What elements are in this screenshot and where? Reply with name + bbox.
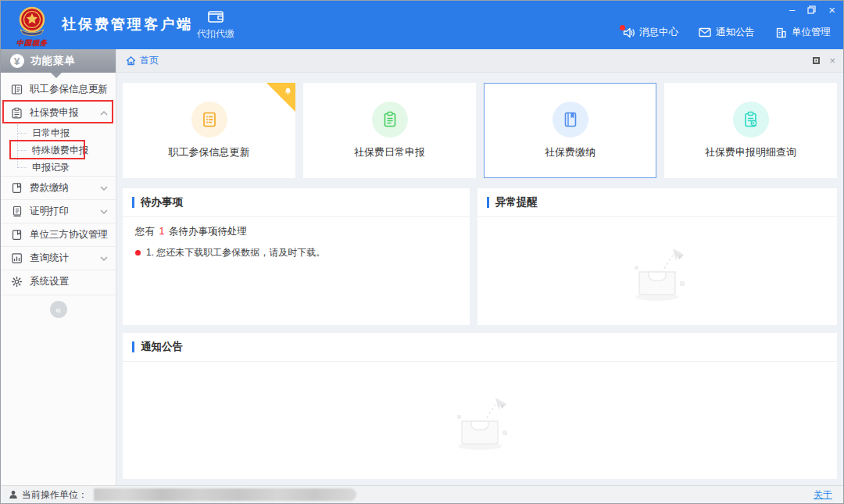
tab-strip: 首页 × xyxy=(116,49,843,73)
alerts-panel-title: 异常提醒 xyxy=(495,195,538,209)
todo-count: 1 xyxy=(157,226,166,237)
card-label: 职工参保信息更新 xyxy=(169,145,250,159)
sidebar-collapse-row: « xyxy=(1,295,116,323)
sidebar-item-sscf-declare[interactable]: 社保费申报 xyxy=(1,101,116,124)
toolbar-item-label: 代扣代缴 xyxy=(188,27,243,41)
home-content: 职工参保信息更新 社保费日常申报 xyxy=(116,73,843,485)
book-icon xyxy=(553,102,588,138)
sidebar-collapse-button[interactable]: « xyxy=(50,301,67,318)
minimize-button[interactable]: – xyxy=(789,5,795,15)
chevron-up-icon xyxy=(100,111,108,116)
wallet-icon xyxy=(207,9,224,24)
close-button[interactable]: × xyxy=(828,4,835,16)
card-label: 社保费日常申报 xyxy=(354,145,425,159)
sidebar-item-tripartite-agreement[interactable]: 单位三方协议管理 xyxy=(1,223,116,246)
sidebar-submenu: 日常申报 特殊缴费申报 申报记录 xyxy=(1,124,116,176)
panel-accent-bar xyxy=(132,341,134,352)
tab-list-button[interactable] xyxy=(813,57,820,64)
toolbar-item-withholding[interactable]: 代扣代缴 xyxy=(188,9,243,41)
unit-management-button[interactable]: 单位管理 xyxy=(775,26,831,39)
bell-icon xyxy=(284,86,292,95)
clipboard-icon xyxy=(11,107,23,119)
sidebar-item-system-settings[interactable]: 系统设置 xyxy=(1,270,116,293)
todo-panel: 待办事项 您有 1 条待办事项待处理 1. 您还未下载职工参保数据，请及时下载。 xyxy=(123,188,470,325)
clipboard-icon xyxy=(372,102,408,138)
unit-management-label: 单位管理 xyxy=(792,26,831,39)
sidebar-item-label: 日常申报 xyxy=(32,127,70,140)
yen-icon: ¥ xyxy=(10,54,24,68)
tab-strip-controls: × xyxy=(813,55,835,66)
sidebar-item-label: 证明打印 xyxy=(30,205,69,218)
sidebar-notch xyxy=(51,73,62,78)
tab-home-label: 首页 xyxy=(140,54,159,67)
restore-icon xyxy=(807,5,816,14)
tab-close-button[interactable]: × xyxy=(829,55,835,66)
building-icon xyxy=(775,27,787,38)
notices-panel: 通知公告 xyxy=(123,333,837,479)
card-employee-info-update[interactable]: 职工参保信息更新 xyxy=(123,83,295,178)
gear-icon xyxy=(11,276,23,288)
sidebar-item-label: 社保费申报 xyxy=(30,106,79,120)
chevron-down-icon xyxy=(100,256,108,261)
card-declare-detail-query[interactable]: 社保费申报明细查询 xyxy=(664,83,837,178)
sidebar-item-label: 职工参保信息更新 xyxy=(30,83,108,96)
todo-list: 您有 1 条待办事项待处理 1. 您还未下载职工参保数据，请及时下载。 xyxy=(123,217,470,267)
speaker-icon xyxy=(623,27,635,38)
document-icon xyxy=(11,206,23,217)
sidebar-item-employee-info-update[interactable]: 职工参保信息更新 xyxy=(1,77,116,101)
card-label: 社保费缴纳 xyxy=(545,145,595,159)
panel-accent-bar xyxy=(132,197,134,208)
todo-summary-prefix: 您有 xyxy=(135,226,155,237)
card-fee-payment[interactable]: 社保费缴纳 xyxy=(484,83,656,178)
todo-summary-suffix: 条待办事项待处理 xyxy=(169,226,247,237)
empty-inbox-illustration xyxy=(614,238,700,305)
card-daily-declare[interactable]: 社保费日常申报 xyxy=(303,83,476,178)
notices-panel-title: 通知公告 xyxy=(141,340,183,354)
message-center-button[interactable]: 消息中心 xyxy=(623,26,678,39)
list-icon xyxy=(191,102,227,138)
main-area: 首页 × xyxy=(116,49,843,485)
tab-home[interactable]: 首页 xyxy=(126,54,159,67)
alerts-panel: 异常提醒 xyxy=(477,188,837,325)
chevron-down-icon xyxy=(100,209,108,214)
sidebar-item-query-statistics[interactable]: 查询统计 xyxy=(1,246,116,270)
quick-access-cards: 职工参保信息更新 社保费日常申报 xyxy=(123,83,837,178)
app-title: 社保费管理客户端 xyxy=(62,15,193,34)
empty-inbox-illustration xyxy=(437,387,523,454)
title-bar: 中国税务 社保费管理客户端 代扣代缴 – × xyxy=(1,1,843,49)
sidebar-item-daily-declare[interactable]: 日常申报 xyxy=(1,124,116,141)
sidebar-item-declare-records[interactable]: 申报记录 xyxy=(1,159,116,176)
sidebar-menu: 职工参保信息更新 社保费申报 日常申报 xyxy=(1,73,116,323)
panel-accent-bar xyxy=(487,197,489,208)
sidebar: ¥ 功能菜单 职工参保信息更新 xyxy=(1,49,116,485)
tax-emblem-icon xyxy=(15,4,49,38)
alerts-empty-state xyxy=(477,217,837,325)
sidebar-item-label: 单位三方协议管理 xyxy=(30,228,108,241)
sidebar-item-label: 查询统计 xyxy=(30,252,69,265)
restore-button[interactable] xyxy=(807,5,816,14)
sidebar-item-certificate-print[interactable]: 证明打印 xyxy=(1,199,116,223)
notices-panel-header: 通知公告 xyxy=(123,333,837,362)
message-center-label: 消息中心 xyxy=(639,26,678,39)
book-icon xyxy=(11,182,23,194)
about-link[interactable]: 关于 xyxy=(814,488,832,502)
app-logo: 中国税务 xyxy=(10,4,54,48)
app-window: 中国税务 社保费管理客户端 代扣代缴 – × xyxy=(0,0,844,504)
sidebar-item-fee-payment[interactable]: 费款缴纳 xyxy=(1,176,116,199)
card-label: 社保费申报明细查询 xyxy=(705,145,796,159)
notices-empty-state xyxy=(123,362,837,479)
sidebar-item-label: 特殊缴费申报 xyxy=(32,144,88,157)
sidebar-item-special-payment-declare[interactable]: 特殊缴费申报 xyxy=(1,141,116,159)
person-icon xyxy=(9,490,18,499)
sidebar-item-label: 费款缴纳 xyxy=(30,181,69,195)
redacted-unit-name xyxy=(94,488,356,501)
notice-bulletin-label: 通知公告 xyxy=(716,26,755,39)
todo-item[interactable]: 1. 您还未下载职工参保数据，请及时下载。 xyxy=(135,246,457,259)
status-bar: 当前操作单位： 关于 xyxy=(1,485,843,503)
notice-bulletin-button[interactable]: 通知公告 xyxy=(699,26,755,39)
sidebar-item-label: 申报记录 xyxy=(32,161,70,174)
window-controls: – × xyxy=(789,4,835,16)
clipboard-search-icon xyxy=(733,102,769,138)
home-icon xyxy=(126,55,136,66)
current-unit-text: 当前操作单位： xyxy=(22,488,88,502)
